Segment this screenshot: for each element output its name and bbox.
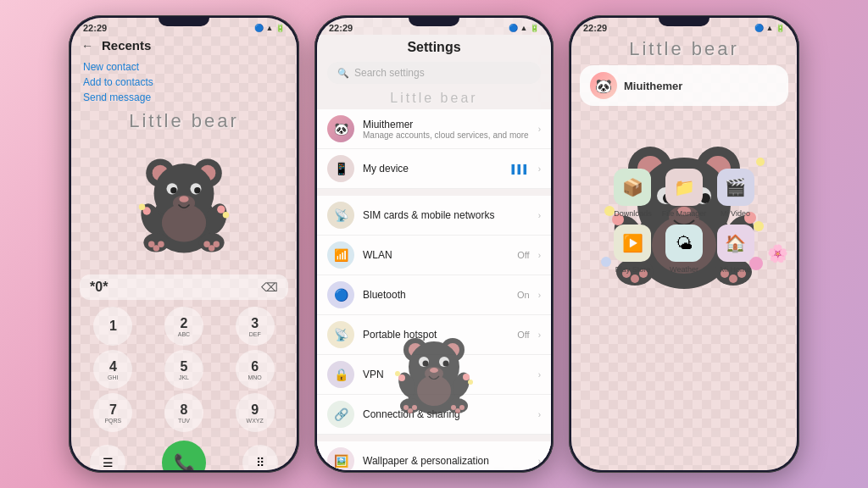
call-button[interactable]: 📞 <box>162 441 206 470</box>
wallpaper-icon: 🖼️ <box>327 447 354 470</box>
app-play-store[interactable]: ▶️ Play Store <box>610 225 655 274</box>
settings-item-connection[interactable]: 🔗 Connection & sharing › <box>317 395 551 435</box>
wlan-value: Off <box>517 250 529 260</box>
settings-divider-2 <box>317 435 551 441</box>
status-time-3: 22:29 <box>583 23 607 33</box>
vpn-icon: 🔒 <box>327 361 354 388</box>
wlan-content: WLAN <box>363 249 509 261</box>
settings-item-miuithemer[interactable]: 🐼 Miuithemer Manage accounts, cloud serv… <box>317 109 551 149</box>
status-icons-3: 🔵 ▲ 🔋 <box>754 24 785 32</box>
bluetooth-title: Bluetooth <box>363 289 509 301</box>
settings-search-bar[interactable]: 🔍 Search settings <box>327 62 541 84</box>
home-app-grid: 📦 Downloads 📁 File Manager 🎬 Mi Video ▶️… <box>593 162 775 280</box>
dial-key-7[interactable]: 7PQRS <box>93 393 132 432</box>
send-message-link[interactable]: Send message <box>83 92 285 103</box>
home-bear-area: 📦 Downloads 📁 File Manager 🎬 Mi Video ▶️… <box>571 111 797 280</box>
back-button[interactable]: ← <box>81 39 93 53</box>
downloads-label: Downloads <box>614 209 652 218</box>
vpn-content: VPN <box>363 369 530 380</box>
app-downloads[interactable]: 📦 Downloads <box>610 169 655 218</box>
dial-key-8[interactable]: 8TUV <box>164 393 203 432</box>
dial-key-4[interactable]: 4GHI <box>93 350 132 389</box>
settings-item-bluetooth[interactable]: 🔵 Bluetooth On › <box>317 275 551 315</box>
wallpaper-content: Wallpaper & personalization <box>363 455 530 467</box>
phone-notch-2 <box>409 18 459 26</box>
mydevice-content: My device <box>363 163 503 175</box>
notification-icon: 🐼 <box>590 72 617 99</box>
status-icons-1: 🔵 ▲ 🔋 <box>254 24 285 32</box>
settings-item-vpn[interactable]: 🔒 VPN › <box>317 355 551 395</box>
mihome-icon: 🏠 <box>717 225 754 262</box>
phone3-content: Little bear 🐼 Miuithemer <box>571 38 797 470</box>
settings-item-mydevice[interactable]: 📱 My device ▌▌▌ › <box>317 149 551 189</box>
watermark-3: Little bear <box>571 38 797 60</box>
dialer: *0* ⌫ 1 2ABC 3DEF 4GHI 5JKL 6MNO 7PQRS 8… <box>71 274 297 470</box>
app-mi-video[interactable]: 🎬 Mi Video <box>713 169 758 218</box>
status-icons-2: 🔵 ▲ 🔋 <box>509 24 539 32</box>
phone-notch <box>159 18 209 26</box>
settings-divider-1 <box>317 189 551 196</box>
filemanager-icon: 📁 <box>665 169 703 206</box>
notification-title: Miuithemer <box>624 80 682 92</box>
bluetooth-content: Bluetooth <box>363 289 509 301</box>
mivideo-label: Mi Video <box>721 209 750 218</box>
mivideo-icon: 🎬 <box>717 169 754 206</box>
settings-item-wlan[interactable]: 📶 WLAN Off › <box>317 236 551 275</box>
new-contact-link[interactable]: New contact <box>83 61 285 73</box>
phone-notch-3 <box>659 18 709 26</box>
chevron-icon-5: › <box>538 330 541 340</box>
dial-key-3[interactable]: 3DEF <box>236 307 275 346</box>
dial-key-6[interactable]: 6MNO <box>236 350 275 389</box>
phone2-content: Settings 🔍 Search settings Little bear 🐼… <box>317 35 551 467</box>
flower-decoration: 🌸 <box>767 243 788 263</box>
keypad-button[interactable]: ⠿ <box>242 445 278 470</box>
backspace-button[interactable]: ⌫ <box>261 280 278 294</box>
search-icon: 🔍 <box>337 68 349 79</box>
status-time-2: 22:29 <box>329 23 353 33</box>
app-file-manager[interactable]: 📁 File Manager <box>662 169 707 218</box>
dial-key-1[interactable]: 1 <box>93 307 132 346</box>
dial-key-2[interactable]: 2ABC <box>164 307 203 346</box>
playstore-icon: ▶️ <box>614 225 651 262</box>
chevron-icon-1: › <box>538 164 541 174</box>
recents-title: Recents <box>102 38 151 53</box>
settings-list: 🐼 Miuithemer Manage accounts, cloud serv… <box>317 109 551 470</box>
bear-illustration-1 <box>71 127 297 271</box>
menu-button[interactable]: ☰ <box>90 445 125 470</box>
phone-3: 22:29 🔵 ▲ 🔋 Little bear 🐼 Miuithemer <box>569 15 799 473</box>
search-placeholder: Search settings <box>354 67 425 79</box>
home-notification[interactable]: 🐼 Miuithemer <box>580 65 788 106</box>
dialer-number: *0* <box>90 280 108 295</box>
sim-content: SIM cards & mobile networks <box>363 209 530 221</box>
app-mi-home[interactable]: 🏠 Mi Home <box>713 225 758 274</box>
miuithemer-content: Miuithemer Manage accounts, cloud servic… <box>363 119 530 140</box>
sim-icon: 📡 <box>327 202 354 229</box>
playstore-label: Play Store <box>615 265 651 274</box>
svg-point-25 <box>217 205 225 213</box>
app-weather[interactable]: 🌤 Weather <box>662 225 707 274</box>
settings-item-wallpaper[interactable]: 🖼️ Wallpaper & personalization › <box>317 441 551 470</box>
bluetooth-icon: 🔵 <box>327 281 354 308</box>
svg-point-24 <box>139 204 145 210</box>
add-to-contacts-link[interactable]: Add to contacts <box>83 76 285 88</box>
settings-item-sim[interactable]: 📡 SIM cards & mobile networks › <box>317 196 551 236</box>
downloads-icon: 📦 <box>614 169 651 206</box>
dial-key-9[interactable]: 9WXYZ <box>236 393 275 432</box>
mydevice-icon: 📱 <box>327 155 354 182</box>
svg-point-12 <box>179 196 188 202</box>
chevron-icon-2: › <box>538 211 541 220</box>
status-time-1: 22:29 <box>83 23 107 33</box>
mydevice-value: ▌▌▌ <box>511 164 529 174</box>
connection-content: Connection & sharing <box>363 408 530 420</box>
connection-title: Connection & sharing <box>363 408 530 420</box>
chevron-icon-0: › <box>538 125 541 134</box>
settings-item-hotspot[interactable]: 📡 Portable hotspot Off › <box>317 315 551 355</box>
dial-key-5[interactable]: 5JKL <box>164 350 203 389</box>
chevron-icon-8: › <box>538 457 541 466</box>
chevron-icon-3: › <box>538 251 541 260</box>
vpn-title: VPN <box>363 369 530 380</box>
phone-1: 22:29 🔵 ▲ 🔋 ← Recents New contact Add to… <box>69 15 299 473</box>
sim-title: SIM cards & mobile networks <box>363 209 530 221</box>
svg-point-9 <box>170 187 176 193</box>
filemanager-label: File Manager <box>662 209 707 218</box>
